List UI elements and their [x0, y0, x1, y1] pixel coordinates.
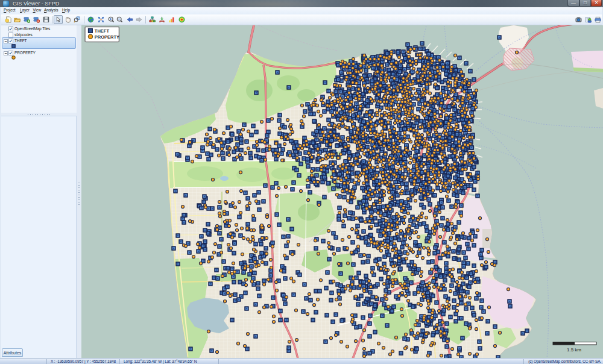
svg-text:1.5 km: 1.5 km	[567, 347, 581, 353]
svg-text:PROPERTY: PROPERTY	[95, 34, 119, 40]
svg-text:THEFT: THEFT	[95, 28, 110, 34]
